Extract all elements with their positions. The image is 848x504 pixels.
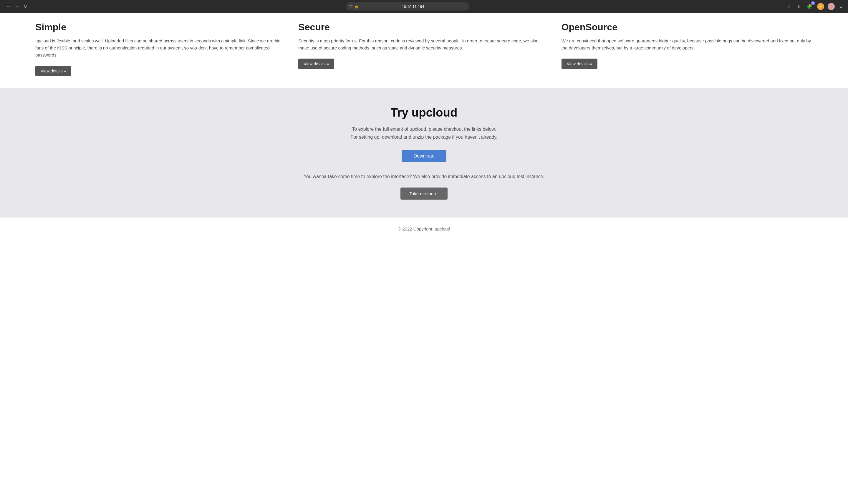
feature-opensource: OpenSource We are convinced that open so… bbox=[561, 22, 813, 76]
address-bar-container: 🛡 🔒 10.10.11.164 bbox=[31, 2, 784, 11]
browser-actions: ☆ ⬇ 🧩 5 🪙 ≡ bbox=[786, 3, 843, 10]
take-me-there-button[interactable]: Take me there! bbox=[400, 187, 447, 200]
refresh-button[interactable]: ↻ bbox=[22, 3, 29, 10]
secure-view-details-button[interactable]: View details » bbox=[298, 58, 334, 69]
profile-avatar-1[interactable]: 🪙 bbox=[817, 3, 824, 10]
profile-avatar-2[interactable] bbox=[828, 3, 835, 10]
menu-button[interactable]: ≡ bbox=[838, 3, 843, 10]
feature-secure: Secure Security is a top priority for us… bbox=[298, 22, 549, 76]
extensions-badge-container: 🧩 5 bbox=[806, 3, 814, 10]
try-section: Try upcloud To explore the full extent o… bbox=[0, 88, 848, 217]
copyright-text: © 2022 Copyright: upcloud bbox=[9, 227, 839, 231]
download-manager-button[interactable]: ⬇ bbox=[796, 3, 802, 10]
download-button-container: Download bbox=[35, 150, 813, 174]
try-title: Try upcloud bbox=[35, 106, 813, 119]
features-section: Simple upcloud is flexible, and scales w… bbox=[0, 13, 848, 88]
page-content: Simple upcloud is flexible, and scales w… bbox=[0, 13, 848, 240]
try-description-line1: To explore the full extent of upcloud, p… bbox=[352, 127, 496, 131]
footer: © 2022 Copyright: upcloud bbox=[0, 217, 848, 240]
bookmark-button[interactable]: ☆ bbox=[786, 3, 792, 10]
try-explore-text: You wanna take some time to explore the … bbox=[35, 174, 813, 179]
lock-icon: 🔒 bbox=[355, 5, 359, 8]
url-text: 10.10.11.164 bbox=[360, 4, 466, 9]
feature-opensource-description: We are convinced that open software guar… bbox=[561, 37, 813, 52]
feature-simple-description: upcloud is flexible, and scales well. Up… bbox=[35, 37, 287, 58]
extensions-badge: 5 bbox=[811, 1, 815, 5]
back-button[interactable]: ← bbox=[5, 3, 12, 10]
try-description-line2: For setting up, download and unzip the p… bbox=[350, 134, 497, 140]
try-description: To explore the full extent of upcloud, p… bbox=[35, 125, 813, 141]
download-button[interactable]: Download bbox=[402, 150, 446, 162]
feature-opensource-title: OpenSource bbox=[561, 22, 813, 33]
feature-secure-title: Secure bbox=[298, 22, 549, 33]
feature-simple: Simple upcloud is flexible, and scales w… bbox=[35, 22, 287, 76]
opensource-view-details-button[interactable]: View details » bbox=[561, 58, 597, 69]
take-me-button-container: Take me there! bbox=[35, 187, 813, 200]
nav-buttons: ← → ↻ bbox=[5, 3, 29, 10]
extensions-container: ⬇ bbox=[796, 3, 802, 10]
address-bar[interactable]: 🛡 🔒 10.10.11.164 bbox=[346, 2, 469, 11]
forward-button[interactable]: → bbox=[14, 3, 21, 10]
feature-secure-description: Security is a top priority for us. For t… bbox=[298, 37, 549, 52]
feature-simple-title: Simple bbox=[35, 22, 287, 33]
security-icon: 🛡 bbox=[349, 4, 353, 8]
browser-chrome: ← → ↻ 🛡 🔒 10.10.11.164 ☆ ⬇ 🧩 5 🪙 ≡ bbox=[0, 0, 848, 13]
simple-view-details-button[interactable]: View details » bbox=[35, 66, 71, 76]
